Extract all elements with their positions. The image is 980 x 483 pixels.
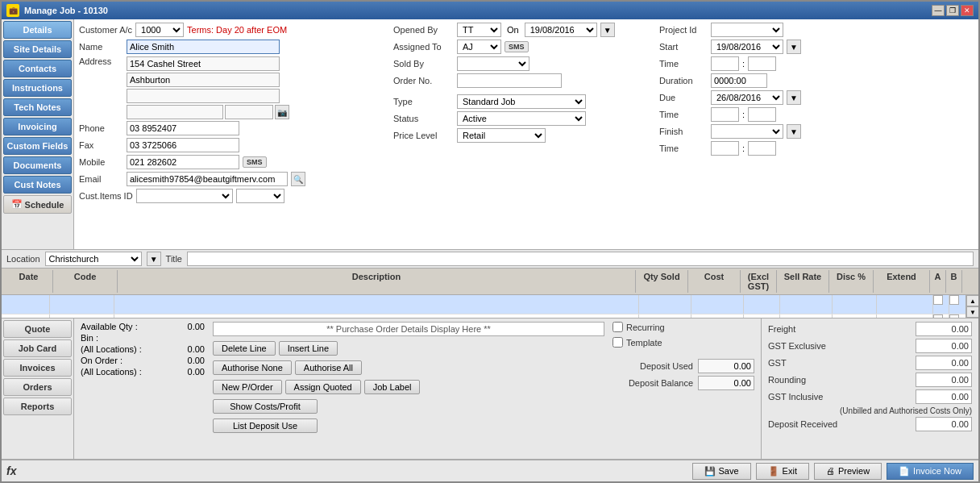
nav-schedule[interactable]: 📅 Schedule	[3, 195, 72, 214]
finish-time-label: Time	[659, 144, 708, 153]
assigned-sms-button[interactable]: SMS	[505, 41, 529, 52]
exit-button[interactable]: 🚪 Exit	[756, 463, 809, 480]
invoice-now-label: Invoice Now	[913, 466, 961, 476]
show-costs-button[interactable]: Show Costs/Profit	[213, 399, 318, 414]
gst-inclusive-value[interactable]	[916, 389, 972, 404]
title-input[interactable]	[187, 252, 974, 266]
due-time-hour-input[interactable]	[711, 107, 739, 122]
finish-time-hour-input[interactable]	[711, 141, 739, 156]
deposit-used-input[interactable]	[698, 359, 754, 373]
due-date-select[interactable]: 26/08/2016	[711, 90, 783, 105]
email-lookup-button[interactable]: 🔍	[291, 172, 305, 186]
deposit-balance-input[interactable]	[698, 376, 754, 390]
close-button[interactable]: ✕	[961, 5, 974, 16]
job-label-button[interactable]: Job Label	[364, 380, 421, 394]
duration-input[interactable]	[711, 73, 767, 88]
finish-date-select[interactable]	[711, 124, 783, 139]
customer-ac-select[interactable]: 1000	[135, 23, 184, 37]
nav-contacts[interactable]: Contacts	[3, 60, 72, 77]
finish-time-min-input[interactable]	[748, 141, 776, 156]
cust-items-select1[interactable]	[136, 189, 233, 203]
type-select[interactable]: Standard Job	[457, 94, 586, 109]
gst-exclusive-value[interactable]	[916, 339, 972, 353]
address-line1-input[interactable]	[127, 56, 280, 71]
nav-custom-fields[interactable]: Custom Fields	[3, 137, 72, 155]
nav-site-details[interactable]: Site Details	[3, 40, 72, 58]
authorise-all-button[interactable]: Authorise All	[295, 360, 362, 375]
bottom-nav-quote[interactable]: Quote	[3, 320, 72, 338]
location-select[interactable]: Christchurch	[45, 252, 142, 266]
scroll-down-button[interactable]: ▼	[966, 306, 978, 318]
checkbox-a-2[interactable]	[933, 314, 943, 318]
nav-documents[interactable]: Documents	[3, 156, 72, 174]
gst-row: GST	[768, 356, 972, 370]
location-dropdown-button[interactable]: ▼	[147, 252, 161, 266]
checkbox-b-2[interactable]	[949, 314, 959, 318]
save-button[interactable]: 💾 Save	[692, 463, 751, 480]
mobile-input[interactable]	[127, 155, 239, 169]
minimize-button[interactable]: —	[932, 5, 945, 16]
list-deposit-button[interactable]: List Deposit Use	[213, 418, 318, 433]
assigned-to-select[interactable]: AJ	[457, 40, 501, 54]
invoice-now-button[interactable]: 📄 Invoice Now	[887, 463, 974, 480]
time-hour-input[interactable]	[711, 56, 739, 71]
new-po-button[interactable]: New P/Order	[213, 380, 282, 394]
preview-button[interactable]: 🖨 Preview	[814, 463, 882, 480]
nav-invoicing[interactable]: Invoicing	[3, 118, 72, 135]
table-body-wrapper: ▲ ▼	[2, 295, 978, 318]
template-checkbox[interactable]	[612, 337, 623, 348]
scroll-up-button[interactable]: ▲	[966, 295, 978, 306]
rounding-value[interactable]	[916, 373, 972, 387]
opened-cal-button[interactable]: ▼	[600, 23, 615, 37]
due-time-min-input[interactable]	[748, 107, 776, 122]
time-min-input[interactable]	[748, 56, 776, 71]
nav-cust-notes[interactable]: Cust Notes	[3, 176, 72, 194]
table-row-1[interactable]	[2, 295, 965, 314]
opened-date-select[interactable]: 19/08/2016	[525, 23, 597, 37]
address-cal-button[interactable]: 📷	[275, 105, 289, 119]
assign-quoted-button[interactable]: Assign Quoted	[285, 380, 361, 394]
name-input[interactable]: Alice Smith	[127, 40, 280, 54]
insert-line-button[interactable]: Insert Line	[279, 341, 338, 356]
cust-items-select2[interactable]	[236, 189, 284, 203]
freight-value[interactable]	[916, 322, 972, 336]
authorise-none-button[interactable]: Authorise None	[213, 360, 292, 375]
bottom-nav-orders[interactable]: Orders	[3, 378, 72, 396]
table-row-2[interactable]	[2, 314, 965, 318]
order-no-input[interactable]	[457, 73, 562, 88]
gst-value[interactable]	[916, 356, 972, 370]
delete-line-button[interactable]: Delete Line	[213, 341, 276, 356]
col-code-header: Code	[53, 270, 118, 293]
address-line4b-input[interactable]	[225, 105, 273, 119]
start-cal-button[interactable]: ▼	[787, 40, 801, 54]
finish-cal-button[interactable]: ▼	[787, 124, 801, 139]
fax-input[interactable]	[127, 138, 239, 152]
checkbox-b-1[interactable]	[949, 295, 959, 305]
nav-instructions[interactable]: Instructions	[3, 79, 72, 97]
email-input[interactable]	[127, 172, 288, 186]
status-select[interactable]: Active	[457, 111, 586, 126]
phone-input[interactable]	[127, 121, 239, 135]
table-cell-disc-2	[833, 314, 877, 318]
deposit-received-value[interactable]	[916, 417, 972, 431]
sold-by-select[interactable]	[457, 56, 529, 71]
assigned-to-row: Assigned To AJ SMS	[393, 40, 651, 54]
bottom-nav-job-card[interactable]: Job Card	[3, 339, 72, 357]
address-line3-input[interactable]	[127, 89, 280, 103]
nav-tech-notes[interactable]: Tech Notes	[3, 98, 72, 116]
opened-by-row: Opened By TT On 19/08/2016 ▼	[393, 23, 651, 37]
checkbox-a-1[interactable]	[933, 295, 943, 305]
bottom-nav-reports[interactable]: Reports	[3, 398, 72, 415]
mobile-sms-button[interactable]: SMS	[243, 156, 267, 168]
nav-details[interactable]: Details	[3, 21, 72, 39]
address-line2-input[interactable]	[127, 73, 280, 87]
due-cal-button[interactable]: ▼	[787, 90, 801, 105]
price-level-select[interactable]: Retail	[457, 128, 546, 143]
start-date-select[interactable]: 19/08/2016	[711, 40, 783, 54]
opened-by-select[interactable]: TT	[457, 23, 501, 37]
project-id-select[interactable]	[711, 23, 783, 37]
address-line4a-input[interactable]	[127, 105, 223, 119]
recurring-checkbox[interactable]	[612, 322, 623, 332]
bottom-nav-invoices[interactable]: Invoices	[3, 359, 72, 377]
restore-button[interactable]: ❐	[946, 5, 959, 16]
